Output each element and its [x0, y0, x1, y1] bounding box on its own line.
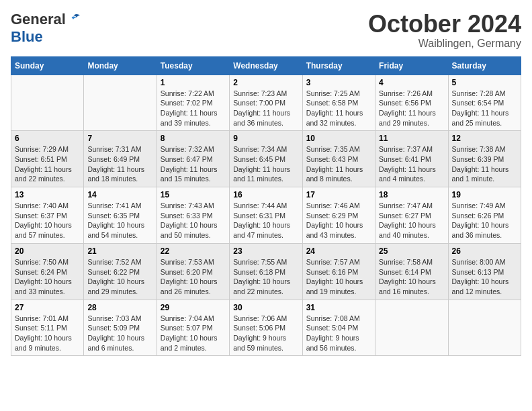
calendar-cell: 24Sunrise: 7:57 AMSunset: 6:16 PMDayligh… [302, 243, 375, 300]
day-number: 3 [306, 78, 371, 87]
day-number: 5 [452, 78, 517, 87]
calendar-cell: 25Sunrise: 7:58 AMSunset: 6:14 PMDayligh… [375, 243, 448, 300]
day-number: 21 [87, 246, 152, 256]
calendar-cell: 29Sunrise: 7:04 AMSunset: 5:07 PMDayligh… [157, 300, 229, 356]
day-number: 29 [161, 303, 226, 312]
day-info: Sunrise: 7:22 AMSunset: 7:02 PMDaylight:… [161, 89, 226, 128]
logo: General Blue [11, 11, 82, 46]
calendar-cell [375, 300, 448, 356]
weekday-header-saturday: Saturday [448, 56, 521, 75]
day-info: Sunrise: 7:52 AMSunset: 6:22 PMDaylight:… [87, 257, 152, 297]
day-number: 18 [379, 190, 444, 199]
day-info: Sunrise: 7:57 AMSunset: 6:16 PMDaylight:… [306, 257, 371, 297]
day-info: Sunrise: 7:23 AMSunset: 7:00 PMDaylight:… [233, 89, 298, 128]
week-row-1: 1Sunrise: 7:22 AMSunset: 7:02 PMDaylight… [11, 75, 521, 131]
day-info: Sunrise: 7:29 AMSunset: 6:51 PMDaylight:… [15, 144, 80, 184]
day-info: Sunrise: 7:35 AMSunset: 6:43 PMDaylight:… [306, 144, 371, 184]
weekday-header-row: SundayMondayTuesdayWednesdayThursdayFrid… [11, 56, 521, 75]
weekday-header-sunday: Sunday [11, 56, 84, 75]
day-info: Sunrise: 7:32 AMSunset: 6:47 PMDaylight:… [161, 144, 226, 184]
logo-general: General [11, 11, 66, 28]
calendar-cell: 31Sunrise: 7:08 AMSunset: 5:04 PMDayligh… [302, 300, 375, 356]
day-info: Sunrise: 7:41 AMSunset: 6:35 PMDaylight:… [87, 201, 152, 240]
calendar-cell: 12Sunrise: 7:38 AMSunset: 6:39 PMDayligh… [448, 131, 521, 187]
day-number: 26 [452, 246, 517, 256]
day-info: Sunrise: 7:43 AMSunset: 6:33 PMDaylight:… [161, 201, 226, 240]
day-number: 28 [87, 303, 152, 312]
day-number: 10 [306, 134, 371, 143]
calendar-cell: 22Sunrise: 7:53 AMSunset: 6:20 PMDayligh… [157, 243, 229, 300]
calendar-cell [11, 75, 84, 131]
weekday-header-thursday: Thursday [302, 56, 375, 75]
calendar-cell: 18Sunrise: 7:47 AMSunset: 6:27 PMDayligh… [375, 187, 448, 244]
week-row-5: 27Sunrise: 7:01 AMSunset: 5:11 PMDayligh… [11, 300, 521, 356]
day-info: Sunrise: 7:01 AMSunset: 5:11 PMDaylight:… [15, 314, 80, 353]
week-row-4: 20Sunrise: 7:50 AMSunset: 6:24 PMDayligh… [11, 243, 521, 300]
calendar-cell: 8Sunrise: 7:32 AMSunset: 6:47 PMDaylight… [157, 131, 229, 187]
day-number: 14 [87, 190, 152, 199]
calendar-cell: 9Sunrise: 7:34 AMSunset: 6:45 PMDaylight… [230, 131, 302, 187]
calendar-table: SundayMondayTuesdayWednesdayThursdayFrid… [11, 56, 521, 357]
calendar-cell: 28Sunrise: 7:03 AMSunset: 5:09 PMDayligh… [84, 300, 157, 356]
day-number: 19 [452, 190, 517, 199]
day-info: Sunrise: 7:04 AMSunset: 5:07 PMDaylight:… [161, 314, 226, 353]
day-number: 6 [15, 134, 80, 143]
calendar-cell: 6Sunrise: 7:29 AMSunset: 6:51 PMDaylight… [11, 131, 84, 187]
day-info: Sunrise: 7:28 AMSunset: 6:54 PMDaylight:… [452, 89, 517, 128]
calendar-cell: 4Sunrise: 7:26 AMSunset: 6:56 PMDaylight… [375, 75, 448, 131]
day-info: Sunrise: 8:00 AMSunset: 6:13 PMDaylight:… [452, 257, 517, 297]
day-number: 9 [233, 134, 298, 143]
day-number: 30 [233, 303, 298, 312]
day-info: Sunrise: 7:50 AMSunset: 6:24 PMDaylight:… [15, 257, 80, 297]
day-info: Sunrise: 7:58 AMSunset: 6:14 PMDaylight:… [379, 257, 444, 297]
day-number: 13 [15, 190, 80, 199]
day-info: Sunrise: 7:03 AMSunset: 5:09 PMDaylight:… [87, 314, 152, 353]
day-number: 16 [233, 190, 298, 199]
day-number: 17 [306, 190, 371, 199]
calendar-cell: 20Sunrise: 7:50 AMSunset: 6:24 PMDayligh… [11, 243, 84, 300]
day-number: 23 [233, 246, 298, 256]
day-number: 12 [452, 134, 517, 143]
day-number: 1 [161, 78, 226, 87]
calendar-cell [84, 75, 157, 131]
week-row-3: 13Sunrise: 7:40 AMSunset: 6:37 PMDayligh… [11, 187, 521, 244]
calendar-cell: 7Sunrise: 7:31 AMSunset: 6:49 PMDaylight… [84, 131, 157, 187]
weekday-header-wednesday: Wednesday [230, 56, 302, 75]
calendar-cell: 13Sunrise: 7:40 AMSunset: 6:37 PMDayligh… [11, 187, 84, 244]
calendar-cell: 15Sunrise: 7:43 AMSunset: 6:33 PMDayligh… [157, 187, 229, 244]
weekday-header-friday: Friday [375, 56, 448, 75]
calendar-cell: 23Sunrise: 7:55 AMSunset: 6:18 PMDayligh… [230, 243, 302, 300]
day-number: 7 [87, 134, 152, 143]
day-info: Sunrise: 7:49 AMSunset: 6:26 PMDaylight:… [452, 201, 517, 240]
day-info: Sunrise: 7:46 AMSunset: 6:29 PMDaylight:… [306, 201, 371, 240]
weekday-header-monday: Monday [84, 56, 157, 75]
day-number: 27 [15, 303, 80, 312]
day-info: Sunrise: 7:25 AMSunset: 6:58 PMDaylight:… [306, 89, 371, 128]
day-info: Sunrise: 7:44 AMSunset: 6:31 PMDaylight:… [233, 201, 298, 240]
day-info: Sunrise: 7:31 AMSunset: 6:49 PMDaylight:… [87, 144, 152, 184]
calendar-cell: 5Sunrise: 7:28 AMSunset: 6:54 PMDaylight… [448, 75, 521, 131]
day-info: Sunrise: 7:06 AMSunset: 5:06 PMDaylight:… [233, 314, 298, 353]
logo-blue: Blue [11, 28, 43, 45]
day-info: Sunrise: 7:47 AMSunset: 6:27 PMDaylight:… [379, 201, 444, 240]
day-number: 24 [306, 246, 371, 256]
day-info: Sunrise: 7:55 AMSunset: 6:18 PMDaylight:… [233, 257, 298, 297]
day-number: 11 [379, 134, 444, 143]
calendar-cell: 27Sunrise: 7:01 AMSunset: 5:11 PMDayligh… [11, 300, 84, 356]
title-area: October 2024 Waiblingen, Germany [368, 11, 521, 50]
page-header: General Blue October 2024 Waiblingen, Ge… [11, 11, 521, 50]
day-number: 31 [306, 303, 371, 312]
day-info: Sunrise: 7:38 AMSunset: 6:39 PMDaylight:… [452, 144, 517, 184]
week-row-2: 6Sunrise: 7:29 AMSunset: 6:51 PMDaylight… [11, 131, 521, 187]
calendar-cell: 11Sunrise: 7:37 AMSunset: 6:41 PMDayligh… [375, 131, 448, 187]
day-number: 8 [161, 134, 226, 143]
day-info: Sunrise: 7:40 AMSunset: 6:37 PMDaylight:… [15, 201, 80, 240]
day-info: Sunrise: 7:08 AMSunset: 5:04 PMDaylight:… [306, 314, 371, 353]
calendar-cell: 17Sunrise: 7:46 AMSunset: 6:29 PMDayligh… [302, 187, 375, 244]
calendar-cell: 10Sunrise: 7:35 AMSunset: 6:43 PMDayligh… [302, 131, 375, 187]
day-info: Sunrise: 7:26 AMSunset: 6:56 PMDaylight:… [379, 89, 444, 128]
month-title: October 2024 [368, 11, 521, 38]
weekday-header-tuesday: Tuesday [157, 56, 229, 75]
day-number: 22 [161, 246, 226, 256]
calendar-cell: 19Sunrise: 7:49 AMSunset: 6:26 PMDayligh… [448, 187, 521, 244]
